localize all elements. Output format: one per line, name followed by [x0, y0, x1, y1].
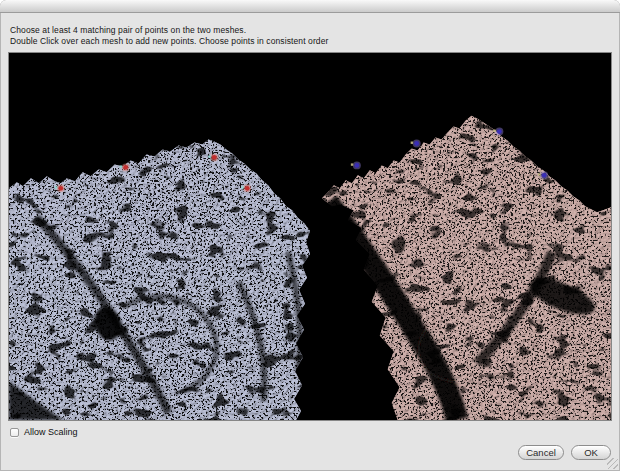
point-speck: [208, 155, 210, 157]
point-speck: [351, 163, 353, 165]
point-marker[interactable]: [497, 129, 502, 134]
point-marker[interactable]: [212, 155, 217, 160]
instructions: Choose at least 4 matching pair of point…: [10, 25, 610, 47]
cancel-button[interactable]: Cancel: [518, 445, 564, 460]
point-speck: [55, 186, 57, 188]
mesh-viewport[interactable]: [8, 52, 612, 421]
point-marker[interactable]: [542, 173, 547, 178]
point-speck: [493, 130, 495, 132]
point-speck: [538, 173, 540, 175]
resize-grip-icon[interactable]: [607, 458, 618, 469]
point-speck: [120, 165, 122, 167]
point-marker[interactable]: [414, 141, 419, 146]
allow-scaling-checkbox[interactable]: [10, 428, 19, 437]
point-speck: [241, 186, 243, 188]
instruction-line-1: Choose at least 4 matching pair of point…: [10, 25, 610, 36]
allow-scaling-row: Allow Scaling: [10, 426, 78, 438]
title-bar[interactable]: [0, 0, 620, 13]
point-marker[interactable]: [354, 163, 359, 168]
instruction-line-2: Double Click over each mesh to add new p…: [10, 36, 610, 47]
point-marker[interactable]: [58, 186, 63, 191]
point-marker[interactable]: [123, 165, 128, 170]
point-speck: [411, 142, 413, 144]
mesh-canvas[interactable]: [9, 53, 611, 420]
ok-button[interactable]: OK: [571, 445, 611, 460]
align-points-dialog: Choose at least 4 matching pair of point…: [0, 0, 620, 471]
allow-scaling-label: Allow Scaling: [24, 427, 78, 437]
point-marker[interactable]: [245, 186, 250, 191]
